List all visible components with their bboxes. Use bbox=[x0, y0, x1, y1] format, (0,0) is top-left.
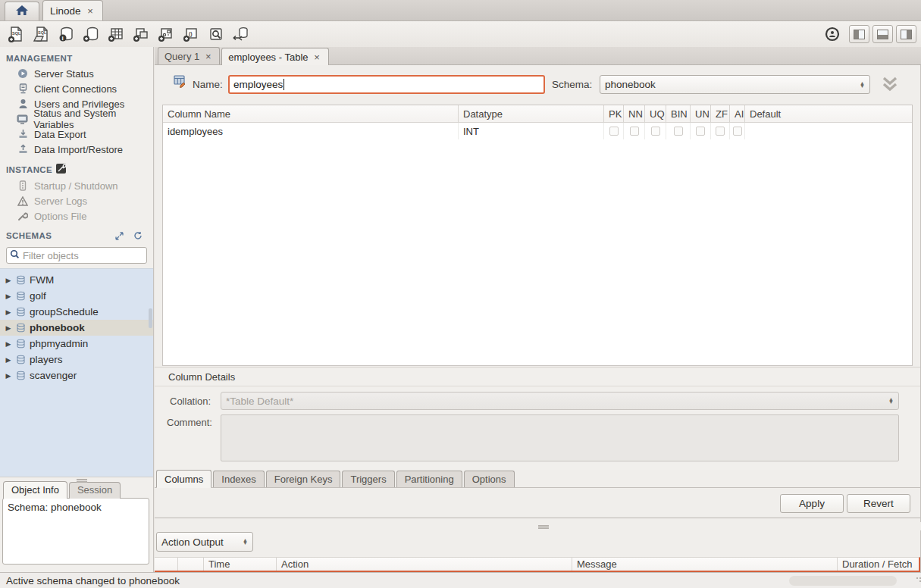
subtab-options[interactable]: Options bbox=[464, 471, 515, 487]
schema-item-fwm[interactable]: FWM bbox=[0, 272, 153, 288]
col-header-column-name[interactable]: Column Name bbox=[163, 105, 459, 122]
col-header-default[interactable]: Default bbox=[745, 105, 912, 122]
refresh-schemas-icon[interactable] bbox=[132, 230, 144, 241]
expander-icon[interactable] bbox=[3, 372, 14, 380]
out-header-message[interactable]: Message bbox=[572, 558, 837, 571]
expander-icon[interactable] bbox=[3, 324, 14, 332]
out-header-time[interactable]: Time bbox=[203, 558, 276, 571]
text-caret bbox=[284, 79, 284, 90]
output-splitter[interactable] bbox=[155, 522, 921, 530]
nn-checkbox[interactable] bbox=[630, 127, 639, 136]
tab-object-info[interactable]: Object Info bbox=[3, 481, 67, 499]
new-sql-tab-icon[interactable]: SQL bbox=[5, 23, 27, 45]
col-header-nn[interactable]: NN bbox=[624, 105, 645, 122]
expander-icon[interactable] bbox=[3, 356, 14, 364]
ai-checkbox[interactable] bbox=[733, 127, 742, 136]
output-type-select[interactable]: Action Output bbox=[156, 532, 253, 552]
out-header-blank2[interactable] bbox=[177, 558, 203, 571]
table-row[interactable]: idemployees INT bbox=[163, 123, 912, 139]
subtab-indexes[interactable]: Indexes bbox=[213, 471, 265, 487]
tab-employees-table[interactable]: employees - Table bbox=[221, 48, 328, 65]
toggle-left-panel-icon[interactable] bbox=[849, 25, 869, 43]
db-info-icon[interactable]: i bbox=[55, 23, 77, 45]
comment-textarea[interactable] bbox=[221, 414, 899, 461]
schema-label: groupSchedule bbox=[30, 306, 99, 317]
collation-select[interactable]: *Table Default* bbox=[221, 392, 899, 410]
subtab-foreign-keys[interactable]: Foreign Keys bbox=[266, 471, 341, 487]
expand-schemas-icon[interactable] bbox=[113, 230, 125, 241]
schema-item-scavenger[interactable]: scavenger bbox=[0, 368, 153, 383]
connection-tab[interactable]: Linode bbox=[42, 0, 103, 20]
open-sql-file-icon[interactable]: SQL bbox=[30, 23, 52, 45]
schema-item-phonebook[interactable]: phonebook bbox=[0, 320, 153, 336]
sidebar-item-server-status[interactable]: Server Status bbox=[0, 66, 153, 81]
expander-icon[interactable] bbox=[3, 308, 14, 316]
schema-item-groupschedule[interactable]: groupSchedule bbox=[0, 304, 153, 320]
collapse-header-icon[interactable] bbox=[881, 76, 899, 95]
out-header-action[interactable]: Action bbox=[276, 558, 572, 571]
sidebar-item-label: Server Status bbox=[34, 68, 94, 80]
col-header-zf[interactable]: ZF bbox=[711, 105, 730, 122]
col-header-uq[interactable]: UQ bbox=[645, 105, 666, 122]
sidebar-item-data-import[interactable]: Data Import/Restore bbox=[0, 142, 153, 157]
object-info-content: Schema: phonebook bbox=[2, 498, 149, 565]
window-resize-grip[interactable] bbox=[916, 577, 918, 579]
subtab-triggers[interactable]: Triggers bbox=[342, 471, 394, 487]
main-toolbar: SQL SQL i () bbox=[0, 21, 921, 47]
user-account-icon[interactable] bbox=[821, 23, 844, 45]
out-header-blank1[interactable] bbox=[155, 558, 177, 571]
toggle-bottom-panel-icon[interactable] bbox=[872, 25, 893, 43]
close-icon[interactable] bbox=[312, 52, 322, 62]
expander-icon[interactable] bbox=[3, 277, 14, 284]
new-table-icon[interactable] bbox=[105, 23, 127, 45]
col-header-un[interactable]: UN bbox=[691, 105, 711, 122]
expander-icon[interactable] bbox=[3, 292, 14, 300]
schema-item-players[interactable]: players bbox=[0, 352, 153, 368]
pk-checkbox[interactable] bbox=[609, 127, 619, 136]
home-tab[interactable] bbox=[5, 2, 39, 20]
cell-column-name[interactable]: idemployees bbox=[163, 123, 459, 139]
subtab-partitioning[interactable]: Partitioning bbox=[396, 471, 462, 487]
sidebar-item-server-logs[interactable]: Server Logs bbox=[0, 193, 153, 208]
new-function-icon[interactable]: () bbox=[180, 23, 202, 45]
sidebar-item-client-connections[interactable]: Client Connections bbox=[0, 81, 153, 96]
search-objects-icon[interactable] bbox=[205, 23, 227, 45]
schema-filter-input[interactable] bbox=[23, 250, 156, 261]
sidebar-item-data-export[interactable]: Data Export bbox=[0, 127, 153, 142]
apply-button[interactable]: Apply bbox=[780, 494, 844, 513]
sync-db-icon[interactable] bbox=[230, 23, 252, 45]
revert-button[interactable]: Revert bbox=[847, 494, 910, 513]
schema-filter[interactable] bbox=[6, 247, 147, 264]
col-header-bin[interactable]: BIN bbox=[666, 105, 691, 122]
schema-item-golf[interactable]: golf bbox=[0, 288, 153, 304]
table-name-input[interactable]: employees bbox=[228, 75, 545, 94]
close-icon[interactable] bbox=[203, 52, 213, 61]
expander-icon[interactable] bbox=[3, 340, 14, 348]
tab-session[interactable]: Session bbox=[69, 482, 121, 499]
new-procedure-icon[interactable] bbox=[155, 23, 177, 45]
col-header-ai[interactable]: AI bbox=[730, 105, 745, 122]
col-header-pk[interactable]: PK bbox=[604, 105, 624, 122]
bin-checkbox[interactable] bbox=[674, 127, 683, 136]
sidebar-item-options-file[interactable]: Options File bbox=[0, 208, 153, 224]
col-header-datatype[interactable]: Datatype bbox=[459, 105, 604, 122]
sidebar-item-startup-shutdown[interactable]: Startup / Shutdown bbox=[0, 178, 153, 193]
cell-default[interactable] bbox=[745, 123, 912, 139]
out-header-duration[interactable]: Duration / Fetch bbox=[837, 558, 919, 571]
new-schema-icon[interactable] bbox=[80, 23, 102, 45]
subtab-columns[interactable]: Columns bbox=[156, 470, 211, 488]
sidebar-item-system-variables[interactable]: Status and System Variables bbox=[0, 111, 153, 127]
tree-scrollbar-thumb[interactable] bbox=[149, 308, 152, 328]
schema-select[interactable]: phonebook bbox=[600, 75, 870, 94]
cell-datatype[interactable]: INT bbox=[459, 123, 604, 139]
toggle-right-panel-icon[interactable] bbox=[896, 25, 916, 43]
new-view-icon[interactable] bbox=[130, 23, 152, 45]
close-icon[interactable] bbox=[86, 6, 96, 16]
zf-checkbox[interactable] bbox=[716, 127, 725, 136]
tab-query-1[interactable]: Query 1 bbox=[158, 47, 220, 64]
un-checkbox[interactable] bbox=[696, 127, 705, 136]
spinner-icon bbox=[238, 539, 248, 545]
panel-resize-grip[interactable] bbox=[77, 479, 87, 480]
schema-item-phpmyadmin[interactable]: phpmyadmin bbox=[0, 336, 153, 352]
uq-checkbox[interactable] bbox=[651, 127, 660, 136]
